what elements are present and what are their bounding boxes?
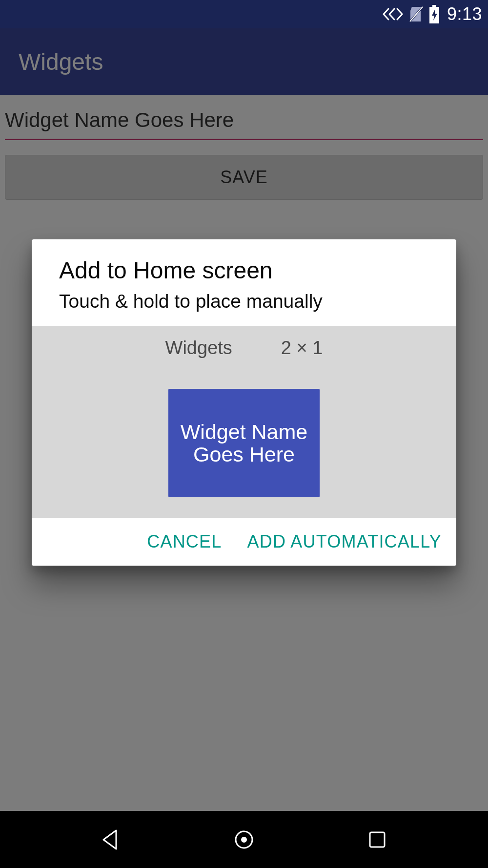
dialog-actions: CANCEL ADD AUTOMATICALLY: [32, 518, 456, 566]
status-bar: 9:13: [0, 0, 488, 28]
svg-point-6: [241, 837, 247, 843]
dialog-subtitle: Touch & hold to place manually: [59, 291, 429, 312]
widget-preview[interactable]: Widget Name Goes Here: [168, 389, 320, 497]
battery-charging-icon: [428, 5, 440, 23]
add-to-home-dialog: Add to Home screen Touch & hold to place…: [32, 239, 456, 566]
screen: 9:13 Widgets SAVE Add to Home screen Tou…: [0, 0, 488, 868]
recents-button[interactable]: [365, 827, 389, 852]
svg-rect-7: [370, 832, 385, 847]
dialog-header: Add to Home screen Touch & hold to place…: [32, 239, 456, 326]
home-button[interactable]: [232, 827, 256, 852]
preview-app-label: Widgets: [165, 338, 232, 359]
navigation-bar: [0, 811, 488, 868]
widget-preview-text: Widget Name Goes Here: [173, 421, 315, 466]
cancel-button[interactable]: CANCEL: [147, 531, 222, 552]
back-button[interactable]: [99, 827, 123, 852]
dialog-title: Add to Home screen: [59, 257, 429, 284]
widget-preview-area[interactable]: Widgets 2 × 1 Widget Name Goes Here: [32, 326, 456, 518]
status-time: 9:13: [447, 4, 482, 24]
preview-size-label: 2 × 1: [281, 338, 323, 359]
preview-label-row: Widgets 2 × 1: [32, 338, 456, 359]
add-automatically-button[interactable]: ADD AUTOMATICALLY: [247, 531, 442, 552]
devtools-icon: [382, 7, 404, 21]
svg-rect-2: [432, 5, 436, 7]
no-sim-icon: [409, 6, 424, 22]
